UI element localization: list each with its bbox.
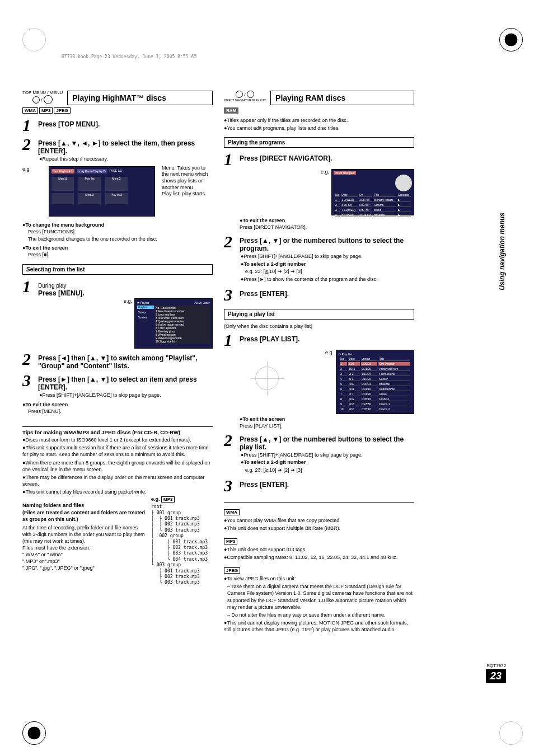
step-text: Press [PLAY LIST]. (240, 335, 414, 343)
doc-id: RQT7972 (486, 663, 506, 668)
crop-mark (22, 28, 46, 51)
step-number: 1 (22, 278, 34, 295)
page-header-info: HT730.book Page 23 Wednesday, June 1, 20… (62, 54, 196, 59)
page-number: 23 (486, 669, 506, 683)
step-number: 2 (224, 432, 235, 449)
step-text: Press [◄] then [▲, ▼] to switch among "P… (38, 354, 213, 370)
step-text: Press [ENTER]. (240, 290, 414, 298)
crop-mark (499, 721, 523, 745)
format-tags: WMA MP3 JPEG (22, 107, 213, 114)
manual-page-23: HT730.book Page 23 Wednesday, June 1, 20… (0, 0, 534, 756)
section-title: Playing RAM discs (270, 91, 414, 105)
example-label: e.g. (22, 166, 31, 172)
play-list-screenshot: ⟳ Play List NoDateLengthTitle 111/10:00:… (336, 350, 414, 414)
step-text: Press [ENTER]. (240, 481, 414, 489)
step-text: Press [▲, ▼] or the numbered buttons to … (240, 237, 414, 284)
exit-heading: ●To exit the screen (240, 218, 414, 223)
tag-wma: WMA (22, 107, 38, 114)
step-text: Press [▲, ▼] or the numbered buttons to … (240, 435, 414, 475)
direct-navigator-screenshot: Direct Navigator NoDateOnTitleContents 1… (331, 169, 414, 215)
tips-heading: Tips for making WMA/MP3 and JPEG discs (… (22, 426, 213, 435)
tag-wma: WMA (224, 509, 240, 515)
top-menu-icons: TOP MENU / MENU / (22, 91, 63, 104)
subsection-heading: Playing a play list (224, 309, 414, 320)
step-number: 1 (22, 117, 34, 134)
tag-ram: RAM (224, 107, 238, 114)
step-number: 3 (22, 372, 34, 389)
playlist-menu-screenshot: ⟳ PlaylistAll My Jotter Playlist Group C… (134, 298, 213, 349)
step-number: 2 (224, 233, 235, 250)
exit-heading: ●To exit the screen (240, 416, 414, 422)
tag-mp3: MP3 (224, 538, 237, 544)
change-bg-heading: ●To change the menu background (22, 222, 213, 228)
tag-jpeg: JPEG (54, 107, 70, 114)
exit-heading: ●To exit the screen (22, 245, 213, 251)
step-text: Press [TOP MENU]. (38, 120, 213, 128)
step-number: 1 (224, 151, 235, 168)
folder-tree: e.g. MP3 root ├ 001 group │ ├ 001 track.… (151, 496, 213, 585)
step-number: 1 (224, 332, 235, 349)
highmat-menu-screenshot: New Playlist Add Long Name Display Te PA… (49, 166, 155, 217)
crop-mark-center (255, 367, 279, 390)
step-number: 2 (22, 136, 34, 153)
crop-mark (22, 721, 46, 745)
step-number: 3 (224, 287, 235, 303)
exit-heading: ●To exit the screen (22, 402, 213, 407)
page-number-box: RQT7972 23 (486, 663, 506, 683)
step-text: Press [►] then [▲, ▼] to select an item … (38, 375, 213, 400)
section-sidebar-label: Using navigation menus (498, 213, 506, 290)
nav-icons: / DIRECT NAVIGATOR PLAY LIST (224, 91, 266, 102)
step-text: Press [DIRECT NAVIGATOR]. (240, 154, 414, 162)
left-column: TOP MENU / MENU / Playing HighMAT™ discs… (22, 90, 213, 634)
step-text: Press [▲, ▼, ◄, ►] to select the item, t… (38, 139, 213, 164)
tag-mp3: MP3 (39, 107, 53, 114)
step-number: 3 (224, 477, 235, 494)
menu-description: Menu: Takes you to the next menu which s… (162, 165, 213, 198)
crop-mark (499, 28, 523, 51)
section-title: Playing HighMAT™ discs (67, 91, 213, 105)
subsection-heading: Playing the programs (224, 137, 414, 148)
subsection-heading: Selecting from the list (22, 264, 213, 275)
step-number: 2 (22, 351, 34, 368)
naming-heading: Naming folders and files (22, 502, 148, 508)
right-column: / DIRECT NAVIGATOR PLAY LIST Playing RAM… (224, 90, 414, 634)
tag-jpeg: JPEG (224, 567, 240, 574)
step-text: During play Press [MENU]. (38, 281, 213, 297)
